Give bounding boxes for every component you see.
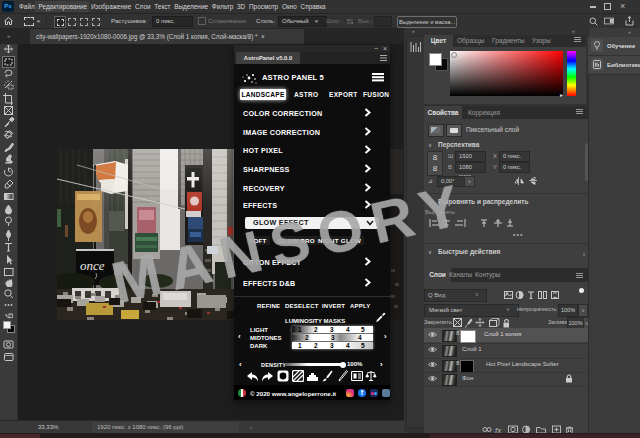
svg-text:once: once [80, 258, 105, 273]
